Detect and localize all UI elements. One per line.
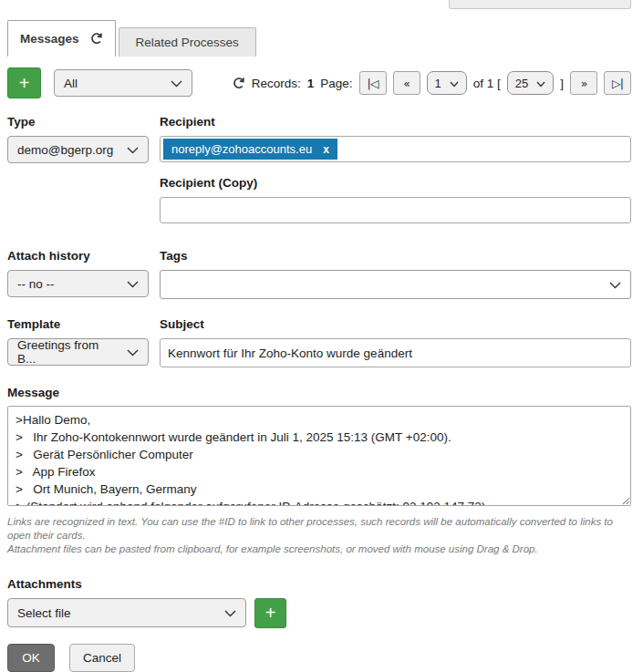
attach-history-select[interactable]: -- no -- (7, 270, 149, 297)
page-label: Page: (320, 77, 352, 90)
attachment-file-select[interactable]: Select file (7, 598, 246, 627)
subject-label: Subject (160, 317, 631, 331)
pagination-bar: Records: 1 Page: |◁ « 1 of 1 [ 25 ] » ▷| (232, 71, 631, 95)
refresh-icon[interactable] (89, 32, 103, 46)
filter-select[interactable]: All (54, 69, 192, 97)
ok-button[interactable]: OK (7, 644, 55, 672)
attach-history-value: -- no -- (17, 277, 55, 291)
tab-messages[interactable]: Messages (7, 20, 116, 57)
tags-label: Tags (160, 249, 631, 263)
page-of-text: of 1 [ (473, 77, 501, 90)
recipient-tag: noreply@zohoaccounts.eu x (163, 139, 337, 160)
chevron-down-icon (450, 77, 459, 90)
chevron-down-icon (609, 278, 621, 292)
last-page-button[interactable]: ▷| (604, 71, 631, 95)
recipient-copy-label: Recipient (Copy) (160, 176, 631, 190)
attachments-label: Attachments (7, 577, 631, 591)
attachments-row: Select file + (7, 598, 631, 628)
form-actions: OK Cancel (0, 644, 643, 672)
subject-input[interactable] (160, 338, 631, 367)
tab-related-processes-label: Related Processes (136, 36, 239, 49)
attach-history-label: Attach history (7, 249, 149, 263)
add-message-button[interactable]: + (7, 67, 41, 98)
recipient-label: Recipient (160, 115, 631, 129)
records-label: Records: (252, 77, 301, 90)
template-select[interactable]: Greetings from B... (7, 338, 149, 366)
chevron-down-icon (536, 77, 545, 90)
filter-select-value: All (64, 77, 78, 90)
chevron-down-icon (171, 77, 182, 90)
recipient-copy-input[interactable] (160, 197, 631, 223)
page-size-value: 25 (515, 77, 528, 90)
message-label: Message (7, 386, 631, 399)
hint-line-2: Attachment files can be pasted from clip… (7, 543, 631, 556)
chevron-down-icon (224, 606, 236, 620)
first-page-button[interactable]: |◁ (359, 71, 387, 95)
tab-related-processes[interactable]: Related Processes (119, 27, 256, 57)
type-select[interactable]: demo@bgerp.org (7, 136, 149, 163)
type-label: Type (7, 115, 149, 129)
template-select-value: Greetings from B... (17, 338, 119, 366)
add-attachment-button[interactable]: + (254, 598, 286, 628)
message-textarea[interactable]: >Hallo Demo, > Ihr Zoho-Kontokennwort wu… (7, 406, 631, 506)
tags-select[interactable] (160, 270, 631, 299)
tab-messages-label: Messages (20, 32, 79, 46)
remove-recipient-icon[interactable]: x (323, 143, 329, 156)
refresh-records-icon[interactable] (232, 77, 245, 90)
messages-toolbar: + All Records: 1 Page: |◁ « 1 (0, 67, 643, 98)
page-number-value: 1 (435, 77, 441, 90)
cancel-button[interactable]: Cancel (69, 644, 135, 672)
hint-line-1: Links are recognized in text. You can us… (7, 515, 631, 543)
message-compose-page: Messages Related Processes + All (0, 0, 643, 672)
bracket-close-text: ] (560, 77, 564, 90)
chevron-down-icon (127, 143, 139, 157)
form-hint-text: Links are recognized in text. You can us… (7, 515, 631, 557)
template-label: Template (7, 317, 149, 331)
records-count: 1 (307, 77, 315, 90)
page-number-select[interactable]: 1 (427, 71, 467, 95)
chevron-down-icon (127, 277, 139, 291)
message-form: Type Recipient demo@bgerp.org noreply@zo… (0, 115, 643, 628)
recipient-tag-text: noreply@zohoaccounts.eu (171, 142, 312, 156)
cropped-top-control[interactable] (449, 0, 631, 9)
page-size-select[interactable]: 25 (507, 71, 554, 95)
next-page-button[interactable]: » (570, 71, 597, 95)
previous-page-button[interactable]: « (393, 71, 420, 95)
attachment-file-value: Select file (17, 606, 71, 620)
type-select-value: demo@bgerp.org (17, 143, 113, 157)
recipient-input[interactable]: noreply@zohoaccounts.eu x (160, 136, 631, 162)
chevron-down-icon (127, 346, 139, 359)
